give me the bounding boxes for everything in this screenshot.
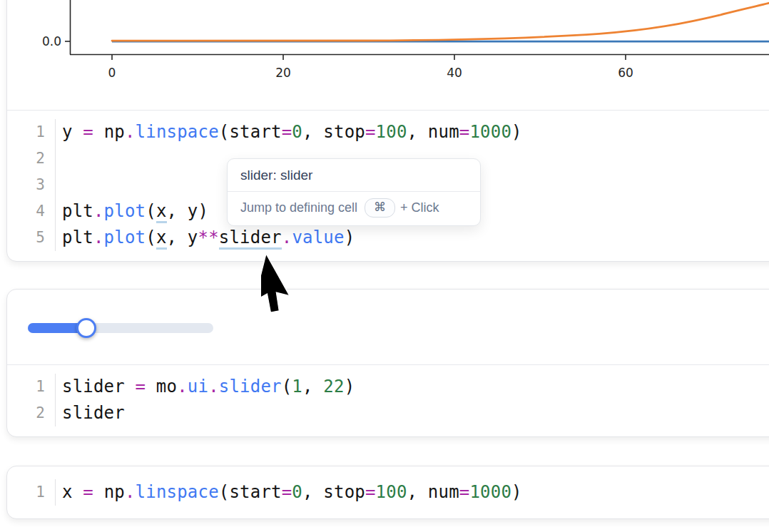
x-tick-label: 0 — [108, 66, 116, 80]
line-number: 1 — [7, 479, 56, 506]
tooltip-click-label: + Click — [400, 200, 439, 215]
code-line-text: plt.plot(x, y**slider.value) — [56, 225, 355, 251]
code-editor[interactable]: 1slider = mo.ui.slider(1, 22)2slider — [7, 365, 769, 436]
code-editor[interactable]: 1x = np.linspace(start=0, stop=100, num=… — [7, 466, 769, 518]
line-number: 5 — [7, 225, 56, 251]
code-line-text: plt.plot(x, y) — [56, 198, 208, 225]
code-line[interactable]: 1slider = mo.ui.slider(1, 22) — [7, 374, 769, 400]
line-number: 3 — [7, 172, 56, 198]
tooltip-variable-name: slider: slider — [228, 159, 480, 191]
slider-thumb[interactable] — [76, 318, 96, 338]
line-number: 1 — [7, 374, 56, 400]
x-tick-label: 20 — [275, 66, 291, 80]
code-line[interactable]: 1x = np.linspace(start=0, stop=100, num=… — [7, 479, 769, 506]
code-line-text: y = np.linspace(start=0, stop=100, num=1… — [56, 119, 522, 145]
x-tick-label: 60 — [618, 66, 633, 80]
slider-output-area — [7, 290, 769, 365]
line-number: 4 — [7, 198, 56, 225]
line-number: 2 — [7, 400, 56, 426]
code-line[interactable]: 1y = np.linspace(start=0, stop=100, num=… — [7, 119, 769, 145]
variable-tooltip: slider: slider Jump to defining cell ⌘ +… — [227, 158, 481, 226]
mouse-cursor-icon — [261, 251, 325, 322]
plot-output-area: 0.0 0 20 40 60 — [7, 0, 769, 111]
notebook-cell-x: 1x = np.linspace(start=0, stop=100, num=… — [6, 466, 769, 519]
code-line[interactable]: 2slider — [7, 400, 769, 426]
code-line-text — [56, 172, 62, 198]
command-key-icon: ⌘ — [365, 198, 395, 218]
matplotlib-plot: 0.0 0 20 40 60 — [7, 0, 769, 109]
code-line-text: slider — [56, 400, 125, 426]
slider-track[interactable] — [28, 323, 213, 333]
orange-series-line — [112, 3, 769, 41]
code-line[interactable]: 5plt.plot(x, y**slider.value) — [7, 225, 769, 251]
line-number: 1 — [7, 119, 56, 145]
code-line-text — [56, 145, 62, 172]
tooltip-jump-hint: Jump to defining cell ⌘ + Click — [228, 191, 480, 225]
code-line-text: x = np.linspace(start=0, stop=100, num=1… — [56, 479, 522, 506]
y-tick-label: 0.0 — [42, 34, 61, 48]
tooltip-action-label: Jump to defining cell — [240, 200, 357, 215]
line-number: 2 — [7, 145, 56, 172]
x-tick-label: 40 — [447, 66, 462, 80]
code-line-text: slider = mo.ui.slider(1, 22) — [56, 374, 355, 400]
notebook-cell-slider: 1slider = mo.ui.slider(1, 22)2slider — [6, 289, 769, 437]
